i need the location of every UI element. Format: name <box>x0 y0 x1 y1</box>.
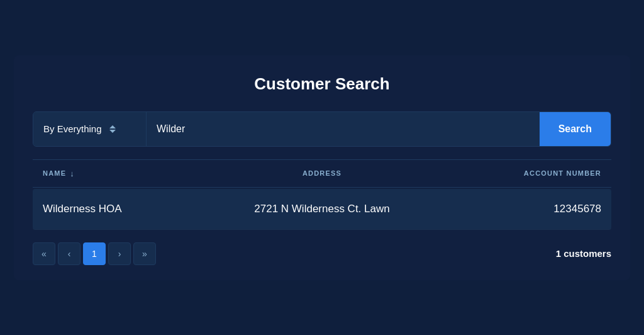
main-container: Customer Search By Everything Search NAM… <box>14 55 630 280</box>
sort-icon: ↓ <box>70 169 75 178</box>
customers-count: 1 customers <box>556 248 611 259</box>
cell-name: Wilderness HOA <box>43 203 229 215</box>
filter-dropdown-label: By Everything <box>43 123 102 134</box>
pagination: « ‹ 1 › » <box>33 242 156 265</box>
current-page-button[interactable]: 1 <box>83 242 106 265</box>
pagination-footer: « ‹ 1 › » 1 customers <box>33 242 611 265</box>
last-page-button[interactable]: » <box>133 242 156 265</box>
column-address: ADDRESS <box>229 169 415 178</box>
cell-account-number: 12345678 <box>415 203 601 215</box>
column-account-number: ACCOUNT NUMBER <box>415 169 601 178</box>
search-bar: By Everything Search <box>33 111 611 147</box>
page-title: Customer Search <box>33 74 611 94</box>
column-name: NAME ↓ <box>43 169 229 178</box>
dropdown-arrow-icon <box>109 124 116 134</box>
table-header: NAME ↓ ADDRESS ACCOUNT NUMBER <box>33 160 611 188</box>
next-page-button[interactable]: › <box>108 242 131 265</box>
cell-address: 2721 N Wilderness Ct. Lawn <box>229 203 415 215</box>
first-page-button[interactable]: « <box>33 242 55 265</box>
search-button[interactable]: Search <box>540 112 611 146</box>
filter-dropdown[interactable]: By Everything <box>33 112 147 146</box>
table-row[interactable]: Wilderness HOA 2721 N Wilderness Ct. Law… <box>33 189 611 230</box>
search-input[interactable] <box>147 112 540 146</box>
prev-page-button[interactable]: ‹ <box>58 242 80 265</box>
